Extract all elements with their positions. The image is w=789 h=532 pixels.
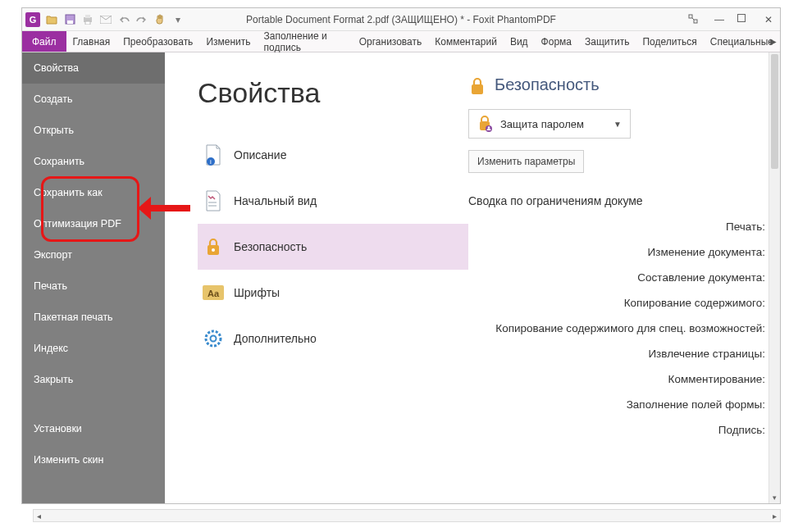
tab-special[interactable]: Специальные bbox=[704, 31, 780, 52]
sidebar-item-create[interactable]: Создать bbox=[22, 84, 165, 115]
tab-home[interactable]: Главная bbox=[66, 31, 117, 52]
tab-form[interactable]: Форма bbox=[535, 31, 578, 52]
sidebar-item-save[interactable]: Сохранить bbox=[22, 146, 165, 177]
prop-label: Дополнительно bbox=[234, 332, 317, 345]
app-window: ▾ Portable Document Format 2.pdf (ЗАЩИЩЕ… bbox=[21, 7, 781, 504]
page-title: Свойства bbox=[198, 77, 468, 109]
svg-point-12 bbox=[212, 248, 215, 252]
sidebar-item-batchprint[interactable]: Пакетная печать bbox=[22, 302, 165, 333]
titlebar: ▾ Portable Document Format 2.pdf (ЗАЩИЩЕ… bbox=[22, 8, 780, 31]
document-info-icon: i bbox=[203, 144, 224, 166]
scrollbar-thumb[interactable] bbox=[771, 54, 778, 169]
sidebar-item-index[interactable]: Индекс bbox=[22, 333, 165, 364]
restriction-row: Составление документа: bbox=[468, 265, 765, 290]
tab-view[interactable]: Вид bbox=[504, 31, 535, 52]
sidebar-item-print[interactable]: Печать bbox=[22, 271, 165, 302]
sidebar-item-open[interactable]: Открыть bbox=[22, 115, 165, 146]
ribbon-overflow-icon[interactable]: ▶ bbox=[770, 31, 777, 52]
scroll-left-icon[interactable]: ◂ bbox=[37, 512, 41, 521]
svg-text:Aa: Aa bbox=[208, 289, 220, 298]
tab-comment[interactable]: Комментарий bbox=[428, 31, 504, 52]
prop-label: Начальный вид bbox=[234, 194, 317, 207]
restriction-row: Комментирование: bbox=[468, 366, 765, 392]
svg-rect-17 bbox=[472, 84, 483, 94]
svg-rect-6 bbox=[689, 15, 692, 18]
prop-fonts[interactable]: Aa Шрифты bbox=[198, 270, 468, 316]
initial-view-icon bbox=[203, 190, 224, 211]
restriction-row: Копирование содержимого: bbox=[468, 290, 765, 316]
tab-file[interactable]: Файл bbox=[22, 31, 66, 52]
sidebar-item-close[interactable]: Закрыть bbox=[22, 364, 165, 395]
restriction-row: Заполнение полей формы: bbox=[468, 392, 765, 417]
chevron-down-icon: ▼ bbox=[613, 120, 622, 129]
redo-icon[interactable] bbox=[135, 13, 148, 26]
close-button[interactable]: ✕ bbox=[762, 14, 775, 25]
content-pane: Свойства i Описание Начальный вид bbox=[165, 52, 780, 503]
restriction-row: Копирование содержимого для спец. возмож… bbox=[468, 316, 765, 341]
svg-text:i: i bbox=[210, 158, 212, 166]
prop-initialview[interactable]: Начальный вид bbox=[198, 178, 468, 224]
tab-edit[interactable]: Изменить bbox=[199, 31, 257, 52]
svg-point-16 bbox=[211, 336, 217, 342]
vertical-scrollbar[interactable]: ▴ ▾ bbox=[768, 52, 780, 503]
restriction-row: Извлечение страницы: bbox=[468, 341, 765, 366]
svg-rect-8 bbox=[738, 14, 746, 21]
lock-user-icon bbox=[477, 115, 494, 133]
undo-icon[interactable] bbox=[117, 13, 130, 26]
fonts-icon: Aa bbox=[203, 282, 224, 303]
qat-dropdown-icon[interactable]: ▾ bbox=[171, 13, 185, 26]
prop-description[interactable]: i Описание bbox=[198, 132, 468, 178]
svg-rect-1 bbox=[67, 20, 73, 24]
print-icon[interactable] bbox=[81, 13, 94, 26]
sidebar-item-export[interactable]: Экспорт bbox=[22, 239, 165, 271]
prop-advanced[interactable]: Дополнительно bbox=[198, 316, 468, 361]
minimize-button[interactable]: — bbox=[713, 14, 726, 25]
save-icon[interactable] bbox=[63, 13, 76, 26]
ribbon-tabs: Файл Главная Преобразовать Изменить Запо… bbox=[22, 31, 780, 52]
svg-point-20 bbox=[488, 126, 490, 129]
gear-icon bbox=[203, 328, 224, 349]
restriction-row: Изменение документа: bbox=[468, 239, 765, 265]
tab-share[interactable]: Поделиться bbox=[636, 31, 703, 52]
window-controls: — ✕ bbox=[688, 14, 775, 25]
lock-icon bbox=[468, 76, 486, 94]
lock-icon bbox=[203, 236, 224, 257]
maximize-button[interactable] bbox=[737, 14, 750, 25]
security-method-value: Защита паролем bbox=[500, 118, 584, 130]
sidebar-item-skin[interactable]: Изменить скин bbox=[22, 444, 165, 475]
prop-label: Безопасность bbox=[234, 240, 307, 253]
prop-security[interactable]: Безопасность bbox=[198, 224, 468, 270]
ribbon-toggle-icon[interactable] bbox=[688, 14, 701, 25]
sidebar-item-optimize[interactable]: Оптимизация PDF bbox=[22, 208, 165, 239]
sidebar-item-preferences[interactable]: Установки bbox=[22, 413, 165, 444]
svg-rect-3 bbox=[85, 15, 90, 18]
restriction-row: Подпись: bbox=[468, 417, 765, 443]
sidebar-item-saveas[interactable]: Сохранить как bbox=[22, 177, 165, 208]
quick-access-toolbar: ▾ bbox=[25, 12, 185, 27]
security-panel: Безопасность Защита паролем ▼ Изменить п… bbox=[468, 52, 780, 503]
scroll-down-icon[interactable]: ▾ bbox=[769, 493, 780, 502]
backstage-body: Свойства Создать Открыть Сохранить Сохра… bbox=[22, 52, 780, 503]
sidebar-item-properties[interactable]: Свойства bbox=[22, 52, 165, 84]
window-title: Portable Document Format 2.pdf (ЗАЩИЩЕНО… bbox=[246, 14, 556, 25]
app-logo-icon bbox=[25, 12, 40, 27]
hand-tool-icon[interactable] bbox=[153, 13, 166, 26]
properties-nav: Свойства i Описание Начальный вид bbox=[165, 52, 468, 503]
change-params-button[interactable]: Изменить параметры bbox=[468, 150, 584, 173]
prop-label: Шрифты bbox=[234, 286, 280, 299]
security-heading: Безопасность bbox=[468, 75, 768, 94]
email-icon[interactable] bbox=[99, 13, 112, 26]
scroll-right-icon[interactable]: ▸ bbox=[773, 512, 777, 521]
folder-open-icon[interactable] bbox=[45, 13, 58, 26]
horizontal-scrollbar[interactable]: ◂ ▸ bbox=[33, 509, 781, 522]
tab-convert[interactable]: Преобразовать bbox=[116, 31, 199, 52]
svg-rect-7 bbox=[694, 20, 697, 23]
tab-fillsign[interactable]: Заполнение и подпись bbox=[258, 31, 353, 52]
tab-organize[interactable]: Организовать bbox=[353, 31, 429, 52]
tab-protect[interactable]: Защитить bbox=[578, 31, 636, 52]
security-title: Безопасность bbox=[495, 75, 600, 94]
security-method-select[interactable]: Защита паролем ▼ bbox=[468, 109, 631, 139]
restrictions-list: Печать: Изменение документа: Составление… bbox=[468, 214, 768, 443]
svg-rect-4 bbox=[85, 21, 90, 25]
restriction-row: Печать: bbox=[468, 214, 765, 239]
